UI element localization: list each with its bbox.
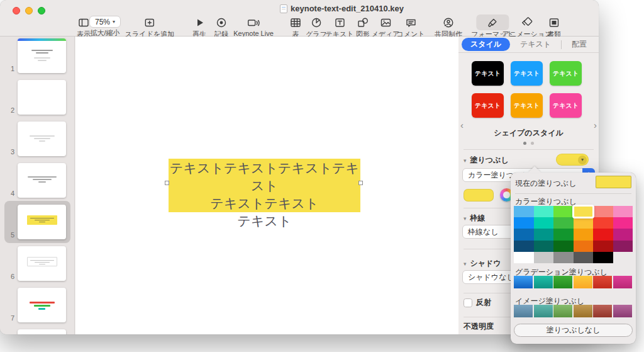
color-cell[interactable] bbox=[553, 217, 574, 229]
shape-style-swatch[interactable]: テキスト bbox=[511, 93, 543, 118]
color-cell[interactable] bbox=[514, 217, 534, 229]
chevron-down-icon[interactable]: ▾ bbox=[464, 215, 467, 222]
color-cell[interactable] bbox=[574, 229, 594, 240]
toolbar-comment-button[interactable]: コメント bbox=[396, 16, 425, 39]
toolbar-doc-button[interactable]: 書類 bbox=[547, 16, 561, 39]
color-cell[interactable] bbox=[553, 252, 574, 263]
color-cell[interactable] bbox=[553, 206, 574, 217]
slide-thumbnail-1[interactable] bbox=[18, 38, 66, 73]
slide-number: 7 bbox=[0, 314, 14, 322]
shape-style-swatch[interactable]: テキスト bbox=[550, 61, 582, 86]
table-icon bbox=[289, 16, 302, 29]
gradient-fill-cell[interactable] bbox=[593, 276, 612, 288]
shape-style-swatch[interactable]: テキスト bbox=[472, 93, 504, 118]
gradient-fill-cell[interactable] bbox=[613, 276, 632, 288]
minimize-button[interactable] bbox=[25, 7, 33, 14]
opacity-section-label: 不透明度 bbox=[464, 321, 494, 332]
color-cell[interactable] bbox=[553, 229, 574, 240]
gradient-fill-cell[interactable] bbox=[553, 276, 572, 288]
toolbar-chart-button[interactable]: グラフ bbox=[306, 16, 327, 39]
tab-テキスト[interactable]: テキスト bbox=[511, 38, 560, 51]
color-cell[interactable] bbox=[613, 206, 633, 217]
paintbrush-icon bbox=[486, 16, 499, 29]
slide-navigator: 12345678 bbox=[0, 37, 75, 334]
border-type-value: 枠線なし bbox=[468, 227, 499, 237]
image-fill-cell[interactable] bbox=[553, 305, 572, 317]
tab-スタイル[interactable]: スタイル bbox=[462, 38, 510, 51]
slide-thumbnail-3[interactable] bbox=[18, 122, 66, 156]
toolbar-play-button[interactable]: 再生 bbox=[192, 16, 206, 39]
no-fill-button[interactable]: 塗りつぶしなし bbox=[514, 324, 633, 337]
toolbar-zoom-button[interactable]: 75%▾拡大/縮小 bbox=[89, 16, 121, 38]
color-cell[interactable] bbox=[613, 217, 633, 229]
color-cell[interactable] bbox=[593, 229, 613, 240]
slide-canvas[interactable]: テキストテキストテキストテキストテキストテキストテキスト bbox=[75, 37, 458, 334]
image-fill-cell[interactable] bbox=[574, 305, 592, 317]
color-cell[interactable] bbox=[514, 241, 534, 252]
toolbar-media-button[interactable]: メディア bbox=[371, 16, 399, 39]
toolbar-text-button[interactable]: テキスト bbox=[325, 16, 353, 39]
shape-style-swatch[interactable]: テキスト bbox=[550, 93, 582, 118]
slide-thumbnail-7[interactable] bbox=[18, 288, 66, 322]
selected-text-box[interactable]: テキストテキストテキストテキストテキストテキストテキスト bbox=[169, 159, 360, 212]
color-cell[interactable] bbox=[534, 241, 554, 252]
chevron-down-icon[interactable]: ▾ bbox=[464, 261, 467, 267]
fill-color-well[interactable] bbox=[464, 189, 494, 202]
resize-handle-left[interactable] bbox=[165, 181, 169, 185]
color-cell[interactable] bbox=[534, 252, 554, 263]
color-cell[interactable] bbox=[593, 252, 613, 263]
toolbar-record-button[interactable]: 記録 bbox=[214, 16, 228, 39]
slide-thumbnail-6[interactable] bbox=[18, 246, 66, 281]
fill-color-pill[interactable]: ▾ bbox=[556, 154, 589, 166]
color-cell[interactable] bbox=[613, 241, 633, 252]
play-icon bbox=[194, 16, 205, 29]
toolbar-collab-button[interactable]: 共同制作 bbox=[435, 16, 462, 39]
gradient-fill-cell[interactable] bbox=[514, 276, 533, 288]
chevron-down-icon: ▾ bbox=[113, 19, 115, 25]
tab-配置[interactable]: 配置 bbox=[563, 38, 596, 51]
shape-style-swatch[interactable]: テキスト bbox=[511, 61, 543, 86]
slide-thumbnail-5[interactable] bbox=[18, 205, 66, 239]
gradient-fill-cell[interactable] bbox=[574, 276, 592, 288]
close-button[interactable] bbox=[13, 7, 20, 14]
color-cell[interactable] bbox=[553, 241, 574, 252]
image-fill-cell[interactable] bbox=[593, 305, 612, 317]
color-cell[interactable] bbox=[514, 252, 534, 263]
style-page-dots[interactable] bbox=[458, 142, 599, 145]
toolbar-table-button[interactable]: 表 bbox=[289, 16, 302, 39]
color-cell[interactable] bbox=[514, 206, 534, 217]
zoom-level-select[interactable]: 75%▾ bbox=[89, 16, 121, 28]
color-cell[interactable] bbox=[574, 206, 594, 217]
toolbar-shape-button[interactable]: 図形 bbox=[356, 16, 370, 39]
color-cell[interactable] bbox=[534, 206, 554, 217]
toolbar-anim-button[interactable]: アニメーション bbox=[502, 16, 552, 39]
gradient-fill-cell[interactable] bbox=[534, 276, 553, 288]
toolbar-klive-button[interactable]: Keynote Live bbox=[233, 16, 274, 37]
color-cell[interactable] bbox=[593, 206, 613, 217]
toolbar-view-button[interactable]: 表示 bbox=[77, 16, 91, 39]
color-cell[interactable] bbox=[593, 217, 613, 229]
color-cell[interactable] bbox=[534, 229, 554, 240]
color-cell[interactable] bbox=[534, 217, 554, 229]
zoom-window-button[interactable] bbox=[38, 7, 45, 14]
toolbar-addslide-button[interactable]: スライドを追加 bbox=[125, 16, 174, 39]
slide-thumbnail-2[interactable] bbox=[18, 80, 66, 115]
slide-thumbnail-8[interactable] bbox=[18, 329, 66, 334]
keynote-window: keynote-text-edit_210410.key 表示75%▾拡大/縮小… bbox=[0, 0, 599, 334]
image-fill-cell[interactable] bbox=[534, 305, 553, 317]
reflection-checkbox[interactable] bbox=[464, 298, 472, 307]
resize-handle-right[interactable] bbox=[358, 181, 363, 185]
chevron-down-icon[interactable]: ▾ bbox=[464, 157, 467, 164]
image-fill-cell[interactable] bbox=[514, 305, 533, 317]
color-cell[interactable] bbox=[574, 241, 594, 252]
color-cell[interactable] bbox=[574, 252, 594, 263]
color-cell[interactable] bbox=[593, 241, 613, 252]
sidebar-panel-icon bbox=[77, 16, 90, 29]
slide-thumbnail-4[interactable] bbox=[18, 163, 66, 198]
media-image-icon bbox=[379, 16, 392, 29]
image-fill-cell[interactable] bbox=[613, 305, 632, 317]
color-cell[interactable] bbox=[514, 229, 534, 240]
color-cell[interactable] bbox=[613, 229, 633, 240]
shape-style-swatch[interactable]: テキスト bbox=[472, 61, 504, 86]
color-cell[interactable] bbox=[574, 217, 594, 229]
